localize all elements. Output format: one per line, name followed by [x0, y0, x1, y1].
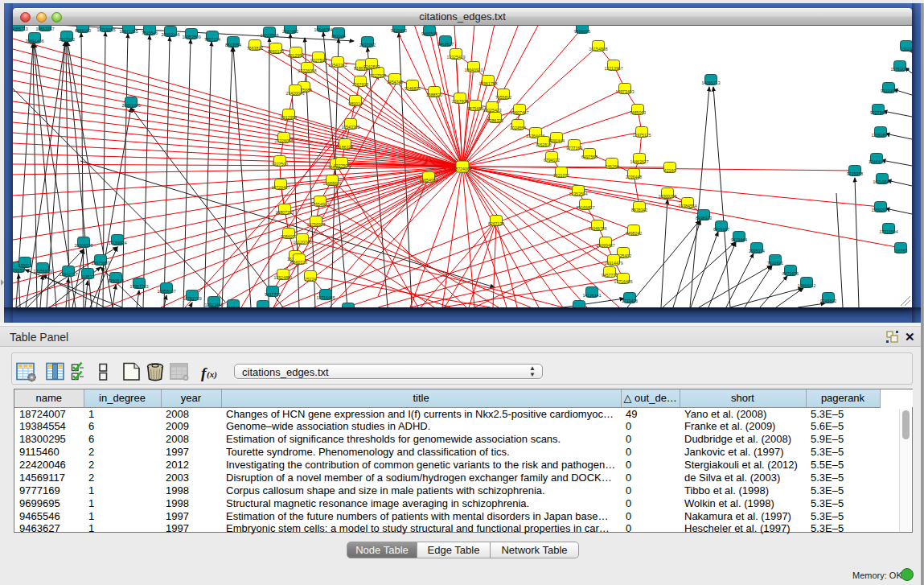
svg-text:2935114: 2935114: [749, 249, 765, 253]
svg-text:8878342: 8878342: [631, 208, 647, 212]
svg-text:1244415: 1244415: [869, 159, 885, 164]
svg-text:6479197: 6479197: [713, 227, 729, 232]
svg-text:20953346: 20953346: [121, 103, 140, 108]
svg-text:16154808: 16154808: [589, 47, 607, 51]
svg-text:12942757: 12942757: [59, 272, 77, 277]
svg-text:7857224: 7857224: [204, 37, 220, 42]
svg-text:13716485: 13716485: [614, 279, 632, 284]
svg-text:8912954: 8912954: [281, 115, 297, 120]
svg-text:18724007: 18724007: [453, 167, 471, 171]
svg-text:13716485: 13716485: [316, 295, 335, 300]
svg-text:12156829: 12156829: [33, 269, 51, 274]
svg-text:9457771: 9457771: [602, 273, 618, 278]
svg-text:6466160: 6466160: [75, 28, 91, 33]
svg-text:10973493: 10973493: [615, 89, 634, 94]
svg-text:7386322: 7386322: [487, 118, 503, 123]
svg-text:19756928: 19756928: [306, 222, 325, 227]
svg-text:16961758: 16961758: [478, 81, 497, 86]
svg-text:24099487: 24099487: [596, 243, 614, 248]
svg-text:8186328: 8186328: [337, 145, 353, 150]
svg-text:9242843: 9242843: [363, 64, 380, 69]
svg-text:116753: 116753: [894, 249, 908, 253]
svg-text:2367608: 2367608: [452, 99, 468, 104]
svg-text:10958107: 10958107: [157, 289, 175, 294]
svg-text:9215958: 9215958: [847, 171, 863, 176]
svg-text:8660123: 8660123: [291, 260, 307, 265]
svg-text:15751074: 15751074: [890, 67, 909, 72]
svg-text:12975125: 12975125: [632, 133, 651, 138]
svg-text:10688609: 10688609: [322, 181, 341, 186]
svg-text:9245692: 9245692: [820, 299, 836, 303]
svg-text:16648784: 16648784: [314, 27, 332, 32]
svg-text:9115460: 9115460: [391, 28, 407, 33]
svg-text:10654112: 10654112: [798, 283, 816, 288]
svg-text:20206535: 20206535: [74, 243, 92, 248]
svg-text:10671355: 10671355: [119, 29, 138, 34]
svg-text:16210643: 16210643: [873, 179, 891, 184]
svg-text:11123: 11123: [901, 47, 912, 51]
svg-text:39152: 39152: [13, 268, 24, 273]
svg-text:25224: 25224: [305, 277, 317, 282]
svg-text:7663822: 7663822: [247, 46, 263, 51]
svg-text:17010504: 17010504: [879, 229, 897, 234]
svg-text:1092344: 1092344: [255, 307, 271, 308]
svg-text:14055713: 14055713: [701, 80, 720, 85]
svg-text:20691406: 20691406: [25, 39, 43, 43]
svg-text:9327508: 9327508: [334, 163, 350, 168]
svg-text:865023: 865023: [226, 306, 240, 308]
svg-text:9498242: 9498242: [626, 231, 642, 236]
svg-text:18640910: 18640910: [464, 68, 483, 72]
svg-text:9457771: 9457771: [265, 292, 281, 297]
svg-text:15692971: 15692971: [871, 208, 889, 212]
svg-text:6497568: 6497568: [581, 154, 598, 159]
svg-text:335011: 335011: [18, 263, 32, 268]
svg-text:10543362: 10543362: [328, 63, 347, 68]
svg-text:12353594: 12353594: [569, 192, 587, 196]
svg-text:8912954: 8912954: [288, 53, 304, 58]
svg-text:19166827: 19166827: [576, 205, 594, 210]
svg-text:1327602: 1327602: [59, 37, 75, 42]
svg-text:10046786: 10046786: [588, 226, 606, 231]
svg-text:17654923: 17654923: [310, 202, 329, 207]
svg-text:9474444: 9474444: [731, 237, 747, 242]
svg-text:10607487: 10607487: [510, 110, 528, 115]
svg-text:10782759: 10782759: [183, 296, 201, 301]
svg-text:7632621: 7632621: [767, 261, 783, 266]
svg-text:8267130: 8267130: [488, 221, 504, 226]
svg-text:2367608: 2367608: [352, 82, 368, 87]
svg-text:12923446: 12923446: [204, 303, 223, 307]
svg-text:14055713: 14055713: [13, 27, 28, 31]
svg-text:9777169: 9777169: [566, 146, 582, 150]
svg-text:3454749: 3454749: [387, 80, 403, 84]
svg-text:12093872: 12093872: [871, 133, 889, 138]
svg-text:2637062: 2637062: [359, 43, 376, 47]
svg-text:1024554: 1024554: [510, 126, 526, 130]
svg-text:9699695: 9699695: [574, 29, 590, 34]
svg-text:23226058: 23226058: [298, 68, 316, 73]
svg-text:9084007: 9084007: [281, 234, 297, 239]
svg-text:8938923: 8938923: [696, 216, 712, 220]
svg-text:6794072: 6794072: [544, 158, 560, 163]
svg-text:9465546: 9465546: [421, 31, 437, 36]
svg-text:7485063: 7485063: [630, 110, 646, 115]
svg-text:10120746: 10120746: [293, 240, 311, 245]
svg-text:12213967: 12213967: [604, 66, 622, 71]
svg-text:1733426: 1733426: [622, 299, 638, 303]
svg-text:20953346: 20953346: [161, 32, 179, 37]
svg-text:8990444: 8990444: [548, 138, 565, 143]
svg-text:10719155: 10719155: [97, 27, 115, 32]
svg-text:9327500: 9327500: [310, 58, 326, 63]
svg-text:8660123: 8660123: [268, 49, 284, 54]
svg-text:18807293: 18807293: [275, 210, 294, 215]
svg-text:16914479: 16914479: [604, 261, 622, 266]
svg-text:1588520: 1588520: [426, 93, 442, 97]
svg-text:13325419: 13325419: [446, 55, 465, 60]
svg-text:9146821: 9146821: [405, 86, 421, 91]
svg-text:10543362: 10543362: [341, 125, 359, 130]
svg-text:19654952: 19654952: [419, 178, 437, 183]
svg-text:17957253: 17957253: [129, 284, 148, 289]
svg-text:9875685: 9875685: [467, 106, 483, 111]
svg-text:18300295: 18300295: [658, 194, 676, 199]
svg-text:989014: 989014: [348, 101, 362, 106]
svg-text:7515546: 7515546: [142, 31, 158, 35]
